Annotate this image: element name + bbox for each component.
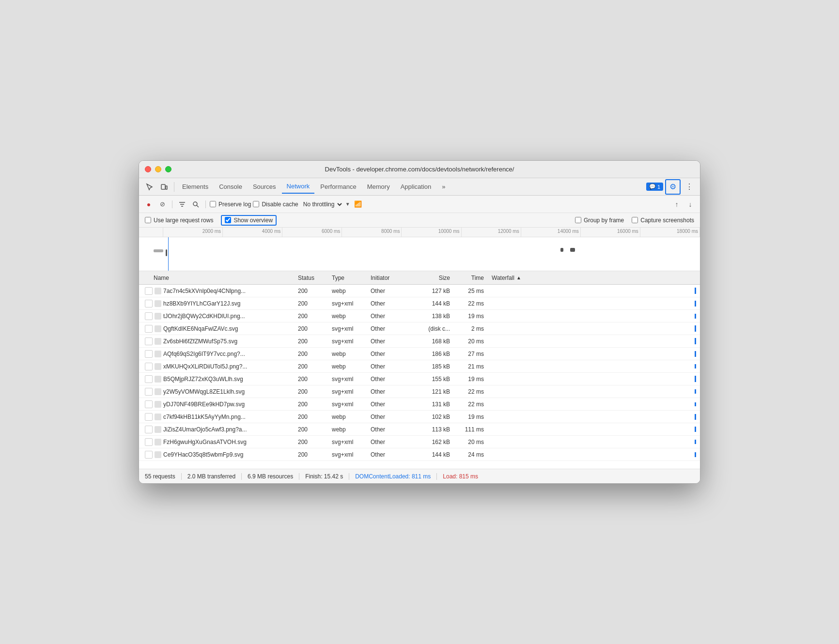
row-status: 200 <box>294 426 328 433</box>
row-type: svg+xml <box>328 338 367 345</box>
timeline-ruler: 2000 ms 4000 ms 6000 ms 8000 ms 10000 ms… <box>139 228 700 237</box>
col-header-status[interactable]: Status <box>294 275 328 281</box>
row-checkbox[interactable] <box>145 413 153 421</box>
table-row[interactable]: JiZisZ4UmarOjo5cAwf3.png?a... 200 webp O… <box>139 423 700 436</box>
tab-sources[interactable]: Sources <box>248 180 281 194</box>
show-overview-text: Show overview <box>233 217 273 224</box>
inspect-icon-btn[interactable] <box>143 180 156 194</box>
upload-button[interactable]: ↑ <box>671 199 683 210</box>
timeline-activity-4 <box>570 248 575 252</box>
table-row[interactable]: Ce9YHacO35q8t5wbmFp9.svg 200 svg+xml Oth… <box>139 448 700 461</box>
row-checkbox[interactable] <box>145 363 153 370</box>
status-finish: Finish: 15.42 s <box>305 473 349 480</box>
show-overview-checkbox[interactable] <box>225 217 231 223</box>
row-time: 19 ms <box>454 376 488 383</box>
wifi-button[interactable]: 📶 <box>352 199 364 210</box>
row-checkbox[interactable] <box>145 451 153 459</box>
row-waterfall <box>488 325 700 332</box>
table-row[interactable]: y2W5yVOMWqgL8ZE1Lklh.svg 200 svg+xml Oth… <box>139 385 700 398</box>
gear-icon: ⚙ <box>669 182 676 191</box>
devtools-tab-bar: Elements Console Sources Network Perform… <box>139 178 700 196</box>
download-button[interactable]: ↓ <box>684 199 696 210</box>
filter-button[interactable] <box>176 199 188 210</box>
ruler-mark-6: 12000 ms <box>462 228 521 237</box>
row-time: 22 ms <box>454 401 488 408</box>
throttle-select[interactable]: No throttling Fast 3G Slow 3G <box>300 199 343 209</box>
row-file-icon <box>155 363 161 370</box>
close-button[interactable] <box>145 166 151 172</box>
table-row[interactable]: tJOhr2jBQWy2CdKHDlUI.png... 200 webp Oth… <box>139 310 700 322</box>
capture-screenshots-label[interactable]: Capture screenshots <box>632 217 694 224</box>
row-file-icon <box>155 439 161 445</box>
waterfall-bar <box>695 452 696 457</box>
row-time: 19 ms <box>454 414 488 420</box>
col-header-waterfall[interactable]: Waterfall ▲ <box>488 275 700 281</box>
row-checkbox[interactable] <box>145 400 153 408</box>
ruler-mark-1: 2000 ms <box>163 228 223 237</box>
group-by-frame-checkbox[interactable] <box>575 217 581 223</box>
row-initiator: Other <box>367 439 415 445</box>
row-type: svg+xml <box>328 300 367 307</box>
row-checkbox[interactable] <box>145 350 153 358</box>
col-header-initiator[interactable]: Initiator <box>367 275 415 281</box>
table-row[interactable]: yDJ70NF49BREe9kHD7pw.svg 200 svg+xml Oth… <box>139 398 700 411</box>
row-size: 102 kB <box>415 414 454 420</box>
tab-more[interactable]: » <box>437 180 450 194</box>
use-large-rows-label[interactable]: Use large request rows <box>145 217 213 224</box>
clear-button[interactable]: ⊘ <box>156 199 168 210</box>
device-icon-btn[interactable] <box>157 180 171 194</box>
row-file-icon <box>155 313 161 320</box>
tab-memory[interactable]: Memory <box>362 180 395 194</box>
preserve-log-label[interactable]: Preserve log <box>210 201 251 208</box>
tab-performance[interactable]: Performance <box>315 180 361 194</box>
tab-console[interactable]: Console <box>214 180 247 194</box>
table-row[interactable]: hz8BXb9YIYLhCGarY12J.svg 200 svg+xml Oth… <box>139 297 700 310</box>
table-row[interactable]: Zv6sbHi6fZfZMWufSp75.svg 200 svg+xml Oth… <box>139 335 700 348</box>
row-checkbox[interactable] <box>145 438 153 446</box>
table-row[interactable]: FzH6gwuHgXuGnasATVOH.svg 200 svg+xml Oth… <box>139 436 700 448</box>
more-options-button[interactable]: ⋮ <box>683 180 696 194</box>
row-checkbox[interactable] <box>145 325 153 333</box>
col-header-type[interactable]: Type <box>328 275 367 281</box>
group-by-frame-label[interactable]: Group by frame <box>575 217 624 224</box>
record-button[interactable]: ● <box>143 199 155 210</box>
chat-badge[interactable]: 💬 1 <box>646 183 663 191</box>
row-checkbox[interactable] <box>145 375 153 383</box>
tab-application[interactable]: Application <box>396 180 436 194</box>
col-header-time[interactable]: Time <box>454 275 488 281</box>
table-row[interactable]: xMKUHQxXLiRDiiUTol5J.png?... 200 webp Ot… <box>139 360 700 373</box>
row-waterfall <box>488 364 700 368</box>
table-row[interactable]: QgftKdIKE6NqaFwlZAVc.svg 200 svg+xml Oth… <box>139 322 700 335</box>
table-row[interactable]: AQfq69qS2Ig6IT9Y7vcc.png?... 200 webp Ot… <box>139 348 700 360</box>
minimize-button[interactable] <box>155 166 161 172</box>
settings-highlighted-button[interactable]: ⚙ <box>665 179 681 195</box>
use-large-rows-checkbox[interactable] <box>145 217 151 223</box>
row-size: 131 kB <box>415 401 454 408</box>
show-overview-label[interactable]: Show overview <box>225 217 273 224</box>
col-header-size[interactable]: Size <box>415 275 454 281</box>
table-row[interactable]: c7kf94kHB11kK5AyYyMn.png... 200 webp Oth… <box>139 411 700 423</box>
row-time: 22 ms <box>454 388 488 395</box>
row-initiator: Other <box>367 363 415 370</box>
row-type: webp <box>328 363 367 370</box>
row-checkbox[interactable] <box>145 287 153 295</box>
search-button[interactable] <box>190 199 202 210</box>
maximize-button[interactable] <box>165 166 171 172</box>
table-row[interactable]: 7ac7n4c5kXVnlp0eq/4CNlpng... 200 webp Ot… <box>139 285 700 297</box>
preserve-log-text: Preserve log <box>218 201 251 208</box>
col-type-label: Type <box>332 275 344 281</box>
row-checkbox[interactable] <box>145 312 153 320</box>
row-checkbox[interactable] <box>145 337 153 345</box>
tab-elements[interactable]: Elements <box>177 180 213 194</box>
row-checkbox[interactable] <box>145 300 153 307</box>
capture-screenshots-checkbox[interactable] <box>632 217 638 223</box>
disable-cache-label[interactable]: Disable cache <box>253 201 298 208</box>
table-row[interactable]: B5QMjpRJZ72xKQ3uWLlh.svg 200 svg+xml Oth… <box>139 373 700 385</box>
disable-cache-checkbox[interactable] <box>253 201 259 207</box>
row-checkbox[interactable] <box>145 426 153 433</box>
row-waterfall <box>488 288 700 294</box>
row-checkbox[interactable] <box>145 388 153 396</box>
preserve-log-checkbox[interactable] <box>210 201 216 207</box>
options-left: Use large request rows Show overview <box>145 215 277 226</box>
tab-network[interactable]: Network <box>282 180 315 194</box>
